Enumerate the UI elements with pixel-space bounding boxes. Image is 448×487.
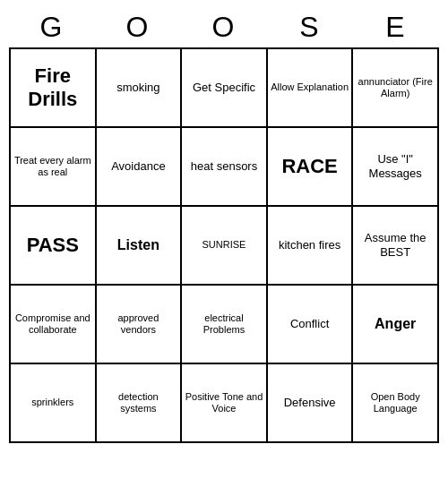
cell-16: approved vendors [97, 286, 183, 364]
cell-22: Positive Tone and Voice [182, 364, 268, 443]
header-s: S [267, 7, 353, 47]
cell-13: kitchen fires [268, 207, 354, 286]
cell-7: heat sensors [182, 128, 268, 207]
cell-14: Assume the BEST [353, 207, 439, 286]
cell-18: Conflict [268, 286, 354, 364]
cell-4: annunciator (Fire Alarm) [353, 49, 439, 128]
cell-3: Allow Explanation [268, 49, 354, 128]
cell-0: Fire Drills [11, 49, 97, 128]
cell-10: PASS [11, 207, 97, 286]
cell-6: Avoidance [97, 128, 183, 207]
header-o1: O [95, 7, 181, 47]
cell-24: Open Body Language [353, 364, 439, 443]
cell-9: Use "I" Messages [353, 128, 439, 207]
cell-5: Treat every alarm as real [11, 128, 97, 207]
cell-12: SUNRISE [182, 207, 268, 286]
cell-1: smoking [97, 49, 183, 128]
header-row: G O O S E [9, 7, 439, 47]
bingo-card: G O O S E Fire DrillssmokingGet Specific… [9, 7, 439, 443]
cell-2: Get Specific [182, 49, 268, 128]
header-g: G [9, 7, 95, 47]
bingo-grid: Fire DrillssmokingGet SpecificAllow Expl… [9, 47, 439, 443]
cell-21: detection systems [97, 364, 183, 443]
cell-23: Defensive [268, 364, 354, 443]
cell-19: Anger [353, 286, 439, 364]
header-o2: O [181, 7, 267, 47]
cell-15: Compromise and collaborate [11, 286, 97, 364]
header-e: E [353, 7, 439, 47]
cell-17: electrical Problems [182, 286, 268, 364]
cell-20: sprinklers [11, 364, 97, 443]
cell-11: Listen [97, 207, 183, 286]
cell-8: RACE [268, 128, 354, 207]
